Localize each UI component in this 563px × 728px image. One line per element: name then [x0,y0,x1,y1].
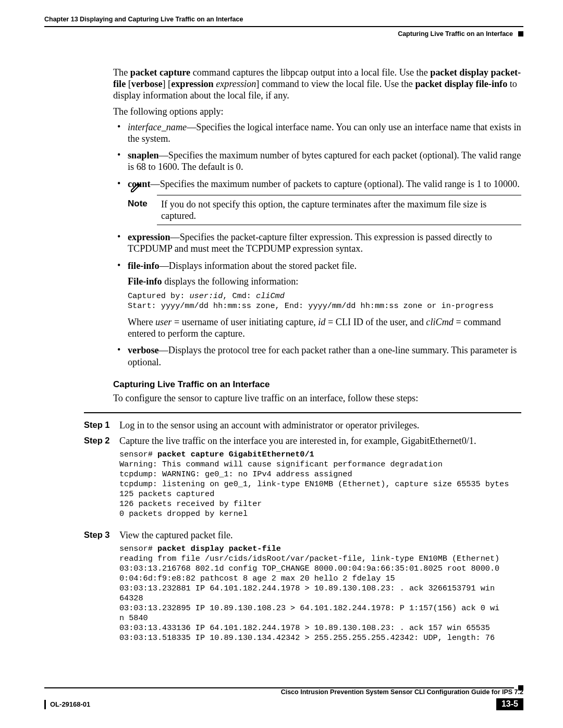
header-section: Capturing Live Traffic on an Interface [398,30,513,38]
footer-doc-number: OL-29168-01 [50,700,90,708]
page-number-badge: 13-5 [496,698,523,710]
step-2-text: Capture the live traffic on the interfac… [119,435,521,447]
footer-bar-icon [44,700,46,709]
options-list: interface_name—Specifies the logical int… [113,121,521,368]
pencil-icon [130,181,142,194]
header-square-icon [518,31,523,36]
step-3-text: View the captured packet file. [119,529,521,541]
steps-rule [84,412,521,413]
running-header: Chapter 13 Displaying and Capturing Live… [44,16,523,38]
step-1-text: Log in to the sensor using an account wi… [119,419,521,431]
option-expression: expression—Specifies the packet-capture … [128,231,521,254]
page: Chapter 13 Displaying and Capturing Live… [0,0,563,728]
running-footer: Cisco Intrusion Prevention System Sensor… [44,685,523,710]
file-info-where: Where user = username of user initiating… [128,316,521,339]
step-3-output: sensor# packet display packet-file readi… [119,544,521,643]
option-verbose: verbose—Displays the protocol tree for e… [128,344,521,367]
step-2: Step 2 Capture the live traffic on the i… [84,435,521,525]
step-1: Step 1 Log in to the sensor using an acc… [84,419,521,431]
option-file-info: file-info—Displays information about the… [128,260,521,340]
intro-paragraph: The packet capture command captures the … [113,67,521,102]
note-text: If you do not specify this option, the c… [161,199,521,221]
step-1-label: Step 1 [84,419,111,431]
procedure-intro: To configure the sensor to capture live … [113,392,521,404]
step-2-label: Step 2 [84,435,111,525]
step-3: Step 3 View the captured packet file. se… [84,529,521,649]
step-2-output: sensor# packet capture GigabitEthernet0/… [119,450,521,519]
procedure-heading: Capturing Live Traffic on an Interface [113,379,521,390]
steps: Step 1 Log in to the sensor using an acc… [84,419,521,650]
option-count: count—Specifies the maximum number of pa… [128,178,521,226]
note-block: Note If you do not specify this option, … [128,195,521,225]
option-snaplen: snaplen—Specifies the maximum number of … [128,150,521,172]
file-info-output: Captured by: user:id, Cmd: cliCmd Start:… [128,291,521,311]
step-3-label: Step 3 [84,529,111,649]
option-interface-name: interface_name—Specifies the logical int… [128,121,521,144]
footer-guide-title: Cisco Intrusion Prevention System Sensor… [44,688,523,697]
body-column: The packet capture command captures the … [113,38,521,649]
header-chapter: Chapter 13 Displaying and Capturing Live… [44,16,523,24]
note-label: Note [128,199,152,221]
options-lead: The following options apply: [113,106,521,117]
